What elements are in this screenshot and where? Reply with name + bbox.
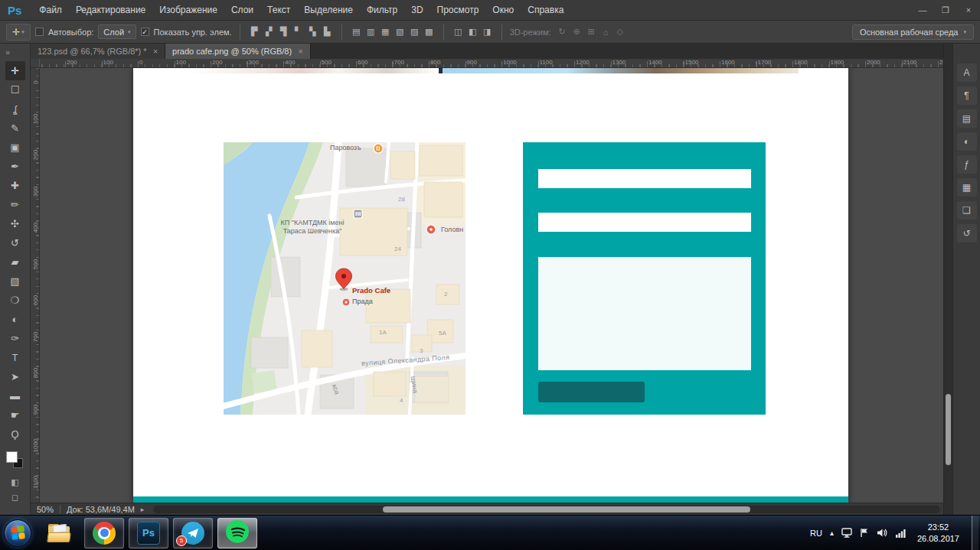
menu-view[interactable]: Просмотр <box>430 0 486 21</box>
3d-drag-icon[interactable]: ⊞ <box>585 25 598 39</box>
distribute-heights-icon[interactable]: ◨ <box>481 25 494 39</box>
history-brush-tool[interactable]: ↺ <box>5 233 25 252</box>
tab-prado-cafe-png[interactable]: prado cafe.png @ 50% (RGB/8) × <box>165 44 311 59</box>
workspace-switcher[interactable]: Основная рабочая среда▾ <box>852 24 974 40</box>
auto-align-layers-icon[interactable]: ◫ <box>452 25 465 39</box>
crop-tool[interactable]: ▣ <box>5 138 25 157</box>
telegram-taskbar-button[interactable]: 5 <box>173 518 213 548</box>
distribute-horizontal-centers-icon[interactable]: ▨ <box>408 25 421 39</box>
close-icon[interactable]: × <box>153 47 158 56</box>
spot-healing-brush-tool[interactable]: ✚ <box>5 176 25 195</box>
menu-image[interactable]: Изображение <box>152 0 224 21</box>
align-horizontal-centers-icon[interactable]: ▞ <box>263 25 276 39</box>
gradient-tool[interactable]: ▧ <box>5 272 25 291</box>
eyedropper-tool[interactable]: ✒ <box>5 157 25 176</box>
photoshop-taskbar-button[interactable]: Ps <box>129 518 168 548</box>
blur-tool[interactable]: ❍ <box>5 291 25 310</box>
network-signal-icon[interactable] <box>895 528 906 538</box>
menu-type[interactable]: Текст <box>260 0 297 21</box>
brush-panel-icon[interactable]: ▦ <box>957 178 977 197</box>
quick-mask-icon[interactable]: ◧ <box>6 474 24 490</box>
monitor-tray-icon[interactable] <box>841 528 852 538</box>
3d-rotate-icon[interactable]: ↻ <box>556 25 569 39</box>
align-bottom-edges-icon[interactable]: ▙ <box>321 25 334 39</box>
chrome-taskbar-button[interactable] <box>84 518 124 548</box>
spotify-taskbar-button[interactable] <box>217 518 257 548</box>
horizontal-type-tool[interactable]: T <box>5 348 25 367</box>
start-button[interactable] <box>0 516 35 550</box>
lasso-tool[interactable]: ʆ <box>5 99 25 119</box>
path-selection-tool[interactable]: ➤ <box>5 367 25 386</box>
status-popup-arrow-icon[interactable]: ▸ <box>141 506 145 513</box>
brush-tool[interactable]: ✏ <box>5 195 25 214</box>
open-document-canvas[interactable]: Паровозъ КП "КАМТДМК імені Тараса Шевчен… <box>133 68 848 503</box>
autoselect-target-select[interactable]: Слой▾ <box>98 24 136 39</box>
v-ruler-label-9: 900 <box>32 402 39 417</box>
horizontal-scrollbar[interactable] <box>153 506 940 513</box>
3d-roll-icon[interactable]: ⊕ <box>570 25 583 39</box>
close-button[interactable]: × <box>957 0 980 20</box>
align-top-edges-icon[interactable]: ▘ <box>292 25 305 39</box>
menu-help[interactable]: Справка <box>521 0 570 21</box>
distribute-left-edges-icon[interactable]: ▧ <box>394 25 407 39</box>
vertical-scrollbar[interactable] <box>943 44 952 515</box>
menu-3d[interactable]: 3D <box>404 0 430 21</box>
3d-scale-icon[interactable]: ◇ <box>614 25 627 39</box>
action-center-flag-icon[interactable] <box>860 528 869 538</box>
minimize-button[interactable]: — <box>911 0 934 20</box>
distribute-top-edges-icon[interactable]: ▤ <box>350 25 363 39</box>
history-panel-icon[interactable]: ↺ <box>957 224 977 242</box>
eraser-tool[interactable]: ▰ <box>5 252 25 272</box>
menu-file[interactable]: Файл <box>32 0 69 21</box>
move-tool[interactable]: ✛ <box>5 61 25 80</box>
screen-mode-icon[interactable]: ◻ <box>6 490 24 505</box>
ruler-origin-corner[interactable] <box>31 59 40 67</box>
dodge-tool[interactable]: ◐ <box>5 310 25 329</box>
hand-tool[interactable]: ☛ <box>5 405 25 425</box>
vertical-scrollbar-thumb[interactable] <box>946 394 951 465</box>
distribute-right-edges-icon[interactable]: ▩ <box>423 25 436 39</box>
zoom-level[interactable]: 50% <box>37 505 54 514</box>
align-left-edges-icon[interactable]: ▛ <box>248 25 261 39</box>
menu-filter[interactable]: Фильтр <box>360 0 404 21</box>
volume-icon[interactable] <box>877 528 887 538</box>
color-swatches[interactable] <box>6 451 24 470</box>
align-vertical-centers-icon[interactable]: ▚ <box>306 25 319 39</box>
layers-panel-icon[interactable]: ❏ <box>957 201 977 220</box>
rectangular-marquee-tool[interactable]: ☐ <box>5 80 25 99</box>
distribute-widths-icon[interactable]: ◧ <box>466 25 479 39</box>
current-tool-icon[interactable]: ✛▾ <box>6 24 31 41</box>
taskbar-clock[interactable]: 23:52 26.08.2017 <box>917 522 959 544</box>
menu-select[interactable]: Выделение <box>297 0 360 21</box>
clone-stamp-tool[interactable]: ✣ <box>5 214 25 233</box>
align-right-edges-icon[interactable]: ▜ <box>277 25 290 39</box>
tab-123-psd[interactable]: 123.psd @ 66,7% (RGB/8*) * × <box>31 44 165 59</box>
zoom-tool[interactable]: Ϙ <box>5 425 25 444</box>
menu-layers[interactable]: Слои <box>224 0 260 21</box>
adjustments-panel-icon[interactable]: ◐ <box>957 132 977 151</box>
horizontal-scrollbar-thumb[interactable] <box>383 506 750 513</box>
restore-button[interactable]: ❐ <box>934 0 957 20</box>
3d-slide-icon[interactable]: ⌂ <box>599 25 612 39</box>
panel-expander-icon[interactable]: » <box>0 44 10 61</box>
menu-edit[interactable]: Редактирование <box>69 0 152 21</box>
foreground-color-swatch[interactable] <box>6 451 18 463</box>
autoselect-checkbox[interactable] <box>35 28 44 36</box>
distribute-bottom-edges-icon[interactable]: ▦ <box>379 25 392 39</box>
distribute-vertical-centers-icon[interactable]: ▥ <box>364 25 377 39</box>
rectangle-tool[interactable]: ▬ <box>5 386 25 405</box>
swatches-panel-icon[interactable]: ▤ <box>957 109 977 128</box>
language-indicator[interactable]: RU <box>810 529 822 538</box>
pen-tool[interactable]: ✑ <box>5 329 25 348</box>
character-panel-icon[interactable]: A <box>957 63 977 82</box>
canvas-pasteboard[interactable]: Паровозъ КП "КАМТДМК імені Тараса Шевчен… <box>40 68 943 503</box>
show-desktop-button[interactable] <box>972 516 978 550</box>
close-icon[interactable]: × <box>298 47 302 56</box>
styles-panel-icon[interactable]: ƒ <box>957 155 977 174</box>
menu-window[interactable]: Окно <box>485 0 521 21</box>
show-transform-checkbox[interactable]: ✓ <box>141 28 149 36</box>
hidden-icons-chevron[interactable]: ▴ <box>830 529 834 537</box>
quick-selection-tool[interactable]: ✎ <box>5 119 25 138</box>
paragraph-panel-icon[interactable]: ¶ <box>957 86 977 105</box>
explorer-taskbar-button[interactable] <box>40 518 80 548</box>
